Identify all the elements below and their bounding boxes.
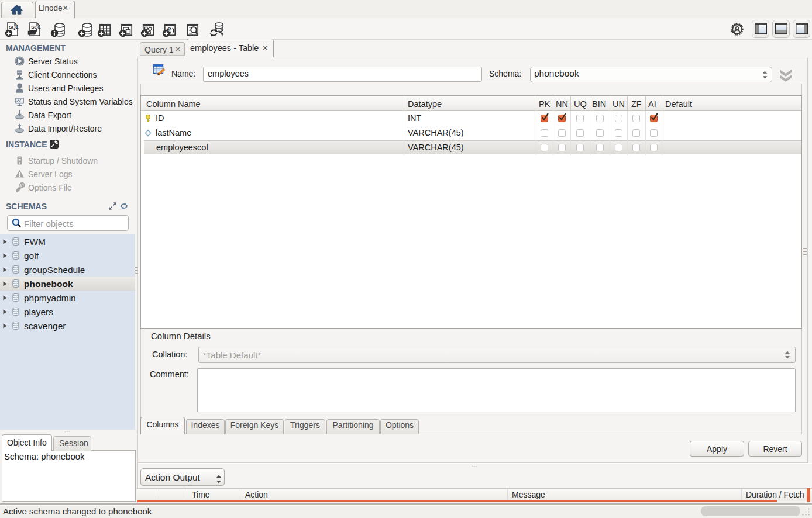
svg-text:SQL: SQL xyxy=(9,25,19,30)
svg-text:SQL: SQL xyxy=(31,25,41,30)
